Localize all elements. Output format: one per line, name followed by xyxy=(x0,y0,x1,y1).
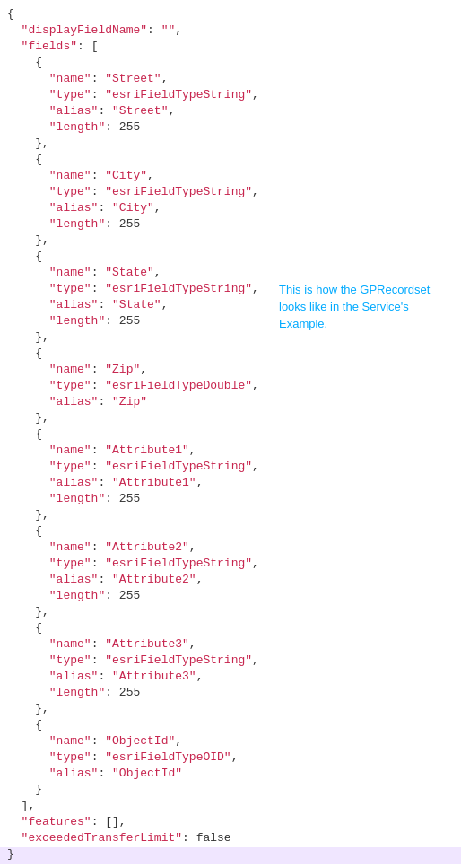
code-line: { xyxy=(0,621,461,637)
code-line: "length": 255 xyxy=(0,120,461,136)
code-line: "alias": "State", xyxy=(0,298,461,314)
code-line: "fields": [ xyxy=(0,39,461,56)
code-line: "exceededTransferLimit": false xyxy=(0,831,461,847)
code-line: "type": "esriFieldTypeString", xyxy=(0,557,461,573)
code-line: "name": "City", xyxy=(0,169,461,185)
code-line: } xyxy=(0,783,461,799)
code-line: "name": "State", xyxy=(0,266,461,282)
code-line: "type": "esriFieldTypeString", xyxy=(0,653,461,670)
code-line: "length": 255 xyxy=(0,589,461,605)
code-line: "alias": "City", xyxy=(0,201,461,217)
code-line: }, xyxy=(0,605,461,621)
code-line: "type": "esriFieldTypeDouble", xyxy=(0,379,461,395)
code-line: }, xyxy=(0,702,461,718)
code-line: }, xyxy=(0,508,461,524)
code-line: }, xyxy=(0,330,461,346)
code-line: { xyxy=(0,56,461,72)
code-line: "alias": "Attribute3", xyxy=(0,670,461,686)
code-line: "type": "esriFieldTypeString", This is h… xyxy=(0,282,461,298)
code-line: "length": 255 xyxy=(0,686,461,702)
code-line: { xyxy=(0,524,461,540)
code-line: { xyxy=(0,250,461,266)
code-line: "alias": "Zip" xyxy=(0,395,461,411)
code-line: ], xyxy=(0,799,461,815)
code-line: "name": "Street", xyxy=(0,72,461,88)
code-line: "type": "esriFieldTypeString", xyxy=(0,88,461,104)
code-line: { xyxy=(0,718,461,734)
code-line: "length": 255 xyxy=(0,314,461,330)
code-line: "alias": "Attribute1", xyxy=(0,476,461,492)
code-line: "name": "Attribute3", xyxy=(0,637,461,653)
code-line: "name": "Attribute1", xyxy=(0,443,461,460)
code-line: "type": "esriFieldTypeString", xyxy=(0,185,461,201)
code-line: "name": "Attribute2", xyxy=(0,540,461,557)
code-line: "type": "esriFieldTypeOID", xyxy=(0,750,461,767)
code-line: }, xyxy=(0,233,461,250)
code-line: "alias": "ObjectId" xyxy=(0,767,461,783)
code-line: }, xyxy=(0,411,461,427)
code-line: }, xyxy=(0,136,461,153)
code-line: { xyxy=(0,427,461,443)
code-line: "displayFieldName": "", xyxy=(0,23,461,39)
code-line: "length": 255 xyxy=(0,492,461,508)
code-viewer: { "displayFieldName": "", "fields": [ { … xyxy=(0,0,461,868)
code-line: "length": 255 xyxy=(0,217,461,233)
code-line: "name": "Zip", xyxy=(0,363,461,379)
code-line: "alias": "Attribute2", xyxy=(0,573,461,589)
code-line: "type": "esriFieldTypeString", xyxy=(0,460,461,476)
code-line: "features": [], xyxy=(0,815,461,831)
code-line: { xyxy=(0,153,461,169)
code-line: "alias": "Street", xyxy=(0,104,461,120)
code-line: { xyxy=(0,7,461,23)
code-line: { xyxy=(0,346,461,363)
code-line-last: } xyxy=(0,847,461,864)
code-line: "name": "ObjectId", xyxy=(0,734,461,750)
